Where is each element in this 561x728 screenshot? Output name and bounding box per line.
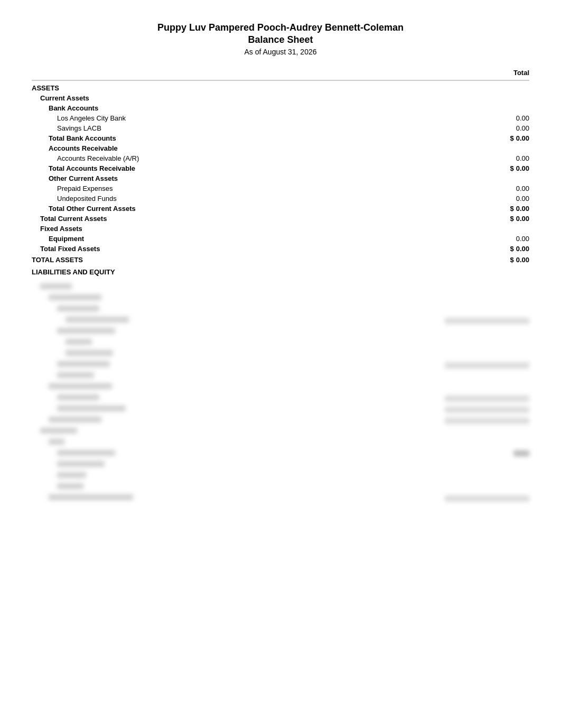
los-angeles-city-bank-row: Los Angeles City Bank 0.00 xyxy=(32,113,529,123)
blurred-row-3 xyxy=(32,303,529,315)
label-col-header xyxy=(32,69,445,77)
blurred-row-4 xyxy=(32,315,529,326)
blurred-row-6 xyxy=(32,337,529,348)
blurred-row-19 xyxy=(32,481,529,492)
los-angeles-city-bank-label: Los Angeles City Bank xyxy=(32,114,445,122)
balance-sheet-table: Total ASSETS Current Assets Bank Account… xyxy=(32,69,529,503)
total-fixed-assets-label: Total Fixed Assets xyxy=(32,245,445,253)
prepaid-expenses-value: 0.00 xyxy=(445,185,529,192)
total-fixed-assets-row: Total Fixed Assets $0.00 xyxy=(32,244,529,254)
report-header: Puppy Luv Pampered Pooch-Audrey Bennett-… xyxy=(32,21,529,56)
accounts-receivable-ar-value: 0.00 xyxy=(445,154,529,162)
total-other-current-assets-value: $0.00 xyxy=(445,205,529,213)
total-accounts-receivable-label: Total Accounts Receivable xyxy=(32,164,445,172)
equipment-label: Equipment xyxy=(32,235,445,243)
blurred-row-7 xyxy=(32,348,529,359)
report-date: As of August 31, 2026 xyxy=(32,48,529,56)
total-other-current-assets-label: Total Other Current Assets xyxy=(32,205,445,213)
accounts-receivable-header: Accounts Receivable xyxy=(32,143,529,153)
liabilities-equity-header: LIABILITIES AND EQUITY xyxy=(32,267,529,277)
bank-accounts-label: Bank Accounts xyxy=(32,104,445,112)
liabilities-equity-label: LIABILITIES AND EQUITY xyxy=(32,268,445,276)
current-assets-label: Current Assets xyxy=(32,94,445,102)
blurred-row-5 xyxy=(32,326,529,337)
blurred-row-16 xyxy=(32,448,529,459)
total-current-assets-value: $0.00 xyxy=(445,215,529,223)
blurred-row-10 xyxy=(32,381,529,392)
assets-header: ASSETS xyxy=(32,83,529,93)
undeposited-funds-value: 0.00 xyxy=(445,195,529,202)
blurred-liabilities-section xyxy=(32,281,529,503)
accounts-receivable-label: Accounts Receivable xyxy=(32,144,445,152)
other-current-assets-label: Other Current Assets xyxy=(32,174,445,182)
total-current-assets-row: Total Current Assets $0.00 xyxy=(32,214,529,224)
blurred-row-2 xyxy=(32,292,529,303)
total-bank-accounts-value: $0.00 xyxy=(445,134,529,142)
blurred-row-1 xyxy=(32,281,529,292)
fixed-assets-label: Fixed Assets xyxy=(32,225,445,233)
blurred-row-9 xyxy=(32,370,529,381)
prepaid-expenses-row: Prepaid Expenses 0.00 xyxy=(32,183,529,193)
total-fixed-assets-value: $0.00 xyxy=(445,245,529,253)
total-assets-row: TOTAL ASSETS $0.00 xyxy=(32,255,529,265)
other-current-assets-header: Other Current Assets xyxy=(32,173,529,183)
current-assets-header: Current Assets xyxy=(32,93,529,103)
page: Puppy Luv Pampered Pooch-Audrey Bennett-… xyxy=(0,0,561,524)
savings-lacb-value: 0.00 xyxy=(445,124,529,132)
equipment-row: Equipment 0.00 xyxy=(32,234,529,244)
report-title: Balance Sheet xyxy=(32,34,529,45)
blurred-row-20 xyxy=(32,492,529,503)
undeposited-funds-row: Undeposited Funds 0.00 xyxy=(32,193,529,204)
accounts-receivable-ar-row: Accounts Receivable (A/R) 0.00 xyxy=(32,153,529,163)
total-accounts-receivable-value: $0.00 xyxy=(445,164,529,172)
total-other-current-assets-row: Total Other Current Assets $0.00 xyxy=(32,204,529,214)
total-col-header: Total xyxy=(445,69,529,77)
equipment-value: 0.00 xyxy=(445,235,529,243)
savings-lacb-row: Savings LACB 0.00 xyxy=(32,123,529,133)
column-header-row: Total xyxy=(32,69,529,81)
total-current-assets-label: Total Current Assets xyxy=(32,215,445,223)
company-name: Puppy Luv Pampered Pooch-Audrey Bennett-… xyxy=(32,21,529,34)
total-bank-accounts-label: Total Bank Accounts xyxy=(32,134,445,142)
blurred-row-15 xyxy=(32,437,529,448)
los-angeles-city-bank-value: 0.00 xyxy=(445,114,529,122)
fixed-assets-header: Fixed Assets xyxy=(32,224,529,234)
blurred-row-8 xyxy=(32,359,529,370)
bank-accounts-header: Bank Accounts xyxy=(32,103,529,113)
blurred-row-17 xyxy=(32,459,529,470)
total-assets-label: TOTAL ASSETS xyxy=(32,256,445,264)
blurred-row-12 xyxy=(32,403,529,414)
total-bank-accounts-row: Total Bank Accounts $0.00 xyxy=(32,133,529,143)
total-accounts-receivable-row: Total Accounts Receivable $0.00 xyxy=(32,163,529,173)
accounts-receivable-ar-label: Accounts Receivable (A/R) xyxy=(32,154,445,162)
prepaid-expenses-label: Prepaid Expenses xyxy=(32,185,445,192)
total-assets-value: $0.00 xyxy=(445,256,529,264)
blurred-row-11 xyxy=(32,392,529,403)
blurred-row-14 xyxy=(32,426,529,437)
undeposited-funds-label: Undeposited Funds xyxy=(32,195,445,202)
blurred-row-18 xyxy=(32,470,529,481)
blurred-row-13 xyxy=(32,414,529,426)
savings-lacb-label: Savings LACB xyxy=(32,124,445,132)
assets-label: ASSETS xyxy=(32,84,445,92)
